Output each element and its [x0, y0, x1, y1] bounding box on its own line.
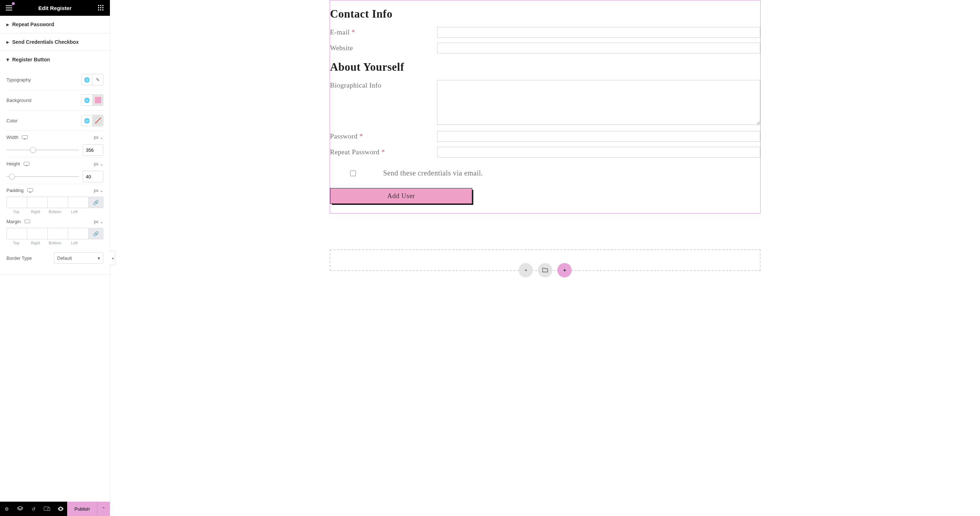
control-typography: Typography 🌐 ✎	[6, 70, 103, 90]
color-swatch-icon	[95, 97, 101, 103]
responsive-icon[interactable]	[27, 188, 33, 193]
select-value: Default	[57, 256, 72, 261]
svg-rect-12	[25, 165, 28, 166]
color-global-button[interactable]: 🌐	[81, 115, 92, 126]
svg-rect-11	[24, 162, 29, 165]
padding-link-toggle[interactable]: 🔗	[88, 197, 103, 208]
padding-left-input[interactable]	[68, 197, 88, 208]
history-icon: ↺	[32, 506, 35, 512]
svg-rect-2	[102, 5, 103, 6]
width-input[interactable]	[83, 144, 103, 156]
control-label: Height	[6, 161, 20, 167]
repeat-password-input[interactable]	[437, 147, 760, 157]
width-slider[interactable]	[6, 150, 79, 150]
link-icon: 🔗	[93, 200, 99, 205]
caret-right-icon: ▸	[6, 39, 10, 45]
padding-right-input[interactable]	[27, 197, 48, 208]
svg-rect-18	[48, 508, 50, 511]
margin-right-input[interactable]	[27, 228, 48, 239]
svg-rect-7	[100, 10, 101, 10]
notification-dot-icon	[12, 2, 15, 5]
add-section-area[interactable]: ＋ ✦	[330, 249, 760, 271]
sidebar-footer: ⚙ ↺ Publish ⌃	[0, 502, 110, 516]
responsive-icon[interactable]	[24, 162, 29, 166]
eye-icon	[57, 506, 64, 511]
contact-info-heading: Contact Info	[330, 8, 760, 21]
typography-global-button[interactable]: 🌐	[81, 74, 92, 85]
add-user-button[interactable]: Add User	[330, 188, 472, 204]
color-pick-button[interactable]	[92, 115, 103, 126]
register-widget[interactable]: Contact Info E-mail * Website About Your…	[330, 0, 760, 213]
bio-textarea[interactable]	[437, 80, 760, 125]
margin-bottom-input[interactable]	[48, 228, 68, 239]
add-template-button[interactable]	[538, 263, 552, 277]
publish-options-button[interactable]: ⌃	[97, 502, 110, 516]
chevron-up-icon: ⌃	[102, 506, 106, 512]
navigator-button[interactable]	[13, 502, 27, 516]
section-toggle-send-credentials[interactable]: ▸ Send Credentials Checkbox	[0, 33, 110, 51]
svg-rect-10	[24, 139, 26, 140]
password-label: Password *	[330, 131, 437, 140]
control-label: Margin	[6, 219, 21, 224]
password-input[interactable]	[437, 131, 760, 142]
margin-top-input[interactable]	[6, 228, 27, 239]
side-label: Bottom	[45, 210, 65, 214]
typography-edit-button[interactable]: ✎	[92, 74, 103, 85]
settings-button[interactable]: ⚙	[0, 502, 13, 516]
form-row-email: E-mail *	[330, 27, 760, 38]
background-color-button[interactable]	[92, 95, 103, 105]
link-icon: 🔗	[93, 231, 99, 237]
caret-right-icon: ▸	[6, 22, 10, 27]
history-button[interactable]: ↺	[27, 502, 40, 516]
add-section-button[interactable]: ＋	[519, 263, 533, 277]
unit-dropdown[interactable]: px ⌄	[94, 162, 103, 167]
side-label: Top	[6, 241, 26, 245]
control-height: Height px ⌄	[6, 157, 103, 184]
repeat-password-label: Repeat Password *	[330, 147, 437, 156]
unit-dropdown[interactable]: px ⌄	[94, 135, 103, 140]
menu-button[interactable]	[4, 3, 14, 13]
svg-rect-15	[24, 220, 30, 223]
svg-rect-4	[100, 7, 101, 8]
control-label: Width	[6, 135, 18, 140]
border-type-select[interactable]: Default ▾	[54, 252, 103, 264]
form-row-repeat-password: Repeat Password *	[330, 147, 760, 157]
collapse-sidebar-button[interactable]: ◂	[110, 251, 115, 265]
folder-icon	[542, 267, 548, 273]
padding-bottom-input[interactable]	[48, 197, 68, 208]
margin-left-input[interactable]	[68, 228, 88, 239]
margin-link-toggle[interactable]: 🔗	[88, 228, 103, 239]
apps-button[interactable]	[96, 3, 106, 13]
preview-button[interactable]	[54, 502, 67, 516]
unit-dropdown[interactable]: px ⌄	[94, 188, 103, 193]
form-row-bio: Biographical Info	[330, 80, 760, 126]
background-global-button[interactable]: 🌐	[81, 95, 92, 105]
height-slider[interactable]	[6, 176, 79, 177]
publish-button[interactable]: Publish	[67, 502, 97, 516]
website-input[interactable]	[437, 43, 760, 54]
height-input[interactable]	[83, 171, 103, 182]
control-background: Background 🌐	[6, 90, 103, 111]
side-label: Top	[6, 210, 26, 214]
svg-rect-3	[98, 7, 99, 8]
svg-rect-14	[29, 192, 31, 193]
section-toggle-repeat-password[interactable]: ▸ Repeat Password	[0, 16, 110, 33]
responsive-icon	[44, 506, 50, 511]
send-credentials-row: Send these credentials via email.	[350, 169, 760, 177]
responsive-icon[interactable]	[24, 220, 30, 224]
svg-rect-13	[27, 188, 33, 192]
pencil-icon: ✎	[96, 77, 100, 83]
unit-dropdown[interactable]: px ⌄	[94, 219, 103, 224]
send-credentials-checkbox[interactable]	[350, 170, 356, 176]
email-input[interactable]	[437, 27, 760, 38]
padding-top-input[interactable]	[6, 197, 27, 208]
chevron-down-icon: ⌄	[100, 219, 103, 224]
responsive-button[interactable]	[40, 502, 54, 516]
control-margin: Margin px ⌄ 🔗	[6, 215, 103, 246]
section-toggle-register-button[interactable]: ▾ Register Button	[0, 51, 110, 68]
responsive-icon[interactable]	[22, 135, 28, 140]
add-ai-button[interactable]: ✦	[557, 263, 572, 277]
svg-rect-5	[102, 7, 103, 8]
side-label: Right	[26, 241, 45, 245]
section-register-button: ▾ Register Button Typography 🌐 ✎ Backgro…	[0, 51, 110, 275]
